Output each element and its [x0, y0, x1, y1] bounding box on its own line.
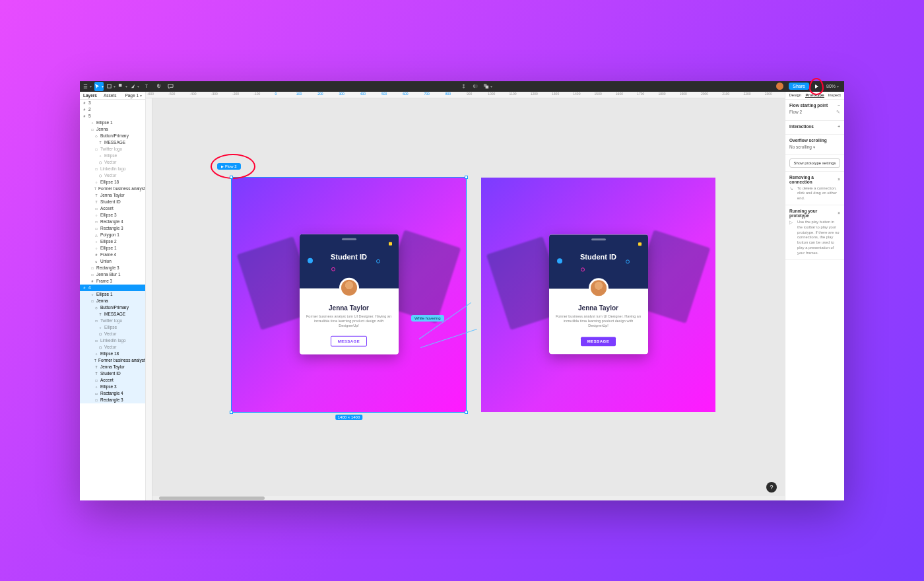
layer-row[interactable]: ⬡Vector [80, 159, 145, 166]
layer-row[interactable]: ○Ellipse 18 [80, 351, 145, 357]
layer-row[interactable]: □Twitter logo [80, 318, 145, 324]
frame-5[interactable]: Student ID Jenna Taylor Former business … [481, 178, 715, 412]
interaction-label[interactable]: While hovering [411, 315, 444, 322]
help-button[interactable]: ? [766, 482, 777, 493]
layer-row[interactable]: #Frame 4 [80, 252, 145, 258]
horizontal-scrollbar[interactable] [152, 496, 785, 500]
layer-row[interactable]: TFormer business analyst t... [80, 186, 145, 192]
show-prototype-settings-button[interactable]: Show prototype settings [789, 158, 840, 168]
layer-row[interactable]: ○Ellipse 3 [80, 212, 145, 219]
move-tool-button[interactable]: ▾ [94, 82, 104, 91]
layer-label: 3 [88, 100, 91, 105]
tab-assets[interactable]: Assets [100, 93, 120, 98]
page-selector[interactable]: Page 1▾ [121, 93, 145, 98]
close-tip-button[interactable]: × [838, 177, 840, 182]
layer-row[interactable]: □LinkedIn logo [80, 166, 145, 172]
layer-row[interactable]: □Rectangle 3 [80, 225, 145, 232]
layer-row[interactable]: TStudent ID [80, 370, 145, 377]
tab-design[interactable]: Design [785, 93, 805, 97]
layer-label: Vector [104, 345, 116, 349]
layer-row[interactable]: □Rectangle 3 [80, 397, 145, 403]
layer-row[interactable]: □Accent [80, 377, 145, 384]
selection-handle[interactable] [465, 176, 468, 179]
flow-start-badge[interactable]: Flow 2 [217, 163, 241, 170]
boolean-icon[interactable]: ▾ [483, 82, 492, 91]
layer-row[interactable]: □Jenna [80, 298, 145, 304]
layer-row[interactable]: □Accent [80, 205, 145, 212]
present-play-button[interactable] [812, 82, 821, 91]
flow-name-value[interactable]: Flow 2 [789, 110, 802, 114]
layer-row[interactable]: ○Ellipse 1 [80, 245, 145, 252]
tab-inspect[interactable]: Inspect [824, 93, 844, 97]
user-avatar[interactable] [776, 83, 783, 90]
shape-tool-button[interactable]: ▾ [118, 82, 127, 91]
layer-row[interactable]: ○Ellipse [80, 324, 145, 331]
main-menu-button[interactable]: ▾ [82, 82, 92, 91]
layer-label: Former business analyst t... [98, 186, 145, 191]
zoom-level[interactable]: 80%▾ [826, 84, 839, 88]
layer-row[interactable]: TJenna Taylor [80, 364, 145, 370]
layer-row[interactable]: #Frame 3 [80, 278, 145, 285]
layer-row[interactable]: #2 [80, 106, 145, 113]
layer-type-icon: □ [90, 127, 94, 131]
layer-row[interactable]: ◇Button/Primary [80, 133, 145, 139]
edit-icon[interactable]: ✎ [836, 110, 840, 115]
remove-flow-button[interactable]: − [838, 103, 840, 108]
layer-row[interactable]: #3 [80, 100, 145, 106]
layer-row[interactable]: ⬡Vector [80, 331, 145, 337]
hand-tool-button[interactable] [154, 82, 163, 91]
selection-handle[interactable] [230, 176, 233, 179]
add-interaction-button[interactable]: + [838, 124, 840, 129]
layer-row[interactable]: ⬡Vector [80, 172, 145, 179]
mask-icon[interactable] [471, 82, 480, 91]
tab-prototype[interactable]: Prototype [805, 93, 825, 98]
layer-row[interactable]: ⬡Vector [80, 344, 145, 351]
layer-row[interactable]: □Jenna [80, 126, 145, 133]
layer-list[interactable]: #3#2#5○Ellipse 1□Jenna◇Button/PrimaryTME… [80, 100, 145, 500]
canvas[interactable]: Flow 2 Student ID Jenna Taylor F [152, 98, 785, 500]
layer-row[interactable]: #5 [80, 113, 145, 120]
layer-row[interactable]: □Twitter logo [80, 146, 145, 153]
comment-tool-button[interactable] [166, 82, 175, 91]
layer-row[interactable]: □Rectangle 4 [80, 390, 145, 397]
layer-type-icon: # [90, 279, 94, 283]
share-button[interactable]: Share [789, 83, 809, 90]
frame-tool-button[interactable]: ▾ [106, 82, 116, 91]
frame-4[interactable]: Flow 2 Student ID Jenna Taylor F [232, 178, 466, 412]
layer-row[interactable]: TMESSAGE [80, 139, 145, 146]
pen-tool-button[interactable]: ▾ [130, 82, 139, 91]
layer-row[interactable]: ○Ellipse 18 [80, 179, 145, 186]
layer-row[interactable]: △Polygon 1 [80, 232, 145, 238]
text-tool-button[interactable]: T [142, 82, 151, 91]
layer-row[interactable]: □Rectangle 4 [80, 219, 145, 225]
layer-row[interactable]: ○Ellipse 3 [80, 384, 145, 390]
layer-row[interactable]: ○Ellipse 1 [80, 291, 145, 298]
message-button[interactable]: MESSAGE [581, 337, 616, 347]
layer-type-icon: ⬡ [98, 345, 102, 349]
layer-row[interactable]: ○Ellipse 2 [80, 238, 145, 245]
layer-row[interactable]: ○Ellipse 1 [80, 120, 145, 126]
layer-type-icon: ○ [98, 154, 102, 158]
tab-layers[interactable]: Layers [80, 93, 100, 98]
selection-handle[interactable] [230, 411, 233, 414]
layer-row[interactable]: ◇Button/Primary [80, 304, 145, 311]
close-tip-button[interactable]: × [838, 211, 840, 215]
layer-row[interactable]: TJenna Taylor [80, 192, 145, 199]
layer-row[interactable]: □Rectangle 3 [80, 265, 145, 271]
layer-row[interactable]: TFormer business analyst t... [80, 357, 145, 364]
layer-label: 4 [88, 285, 91, 290]
layer-type-icon: # [82, 286, 86, 290]
layer-row[interactable]: ○Ellipse [80, 153, 145, 159]
layer-row[interactable]: TStudent ID [80, 199, 145, 205]
layer-row[interactable]: #4 [80, 285, 145, 291]
overflow-value[interactable]: No scrolling▾ [789, 145, 815, 149]
layer-row[interactable]: □LinkedIn logo [80, 337, 145, 344]
avatar [589, 278, 609, 298]
layer-row[interactable]: □Jenna Blur 1 [80, 271, 145, 278]
message-button[interactable]: MESSAGE [331, 336, 368, 347]
selection-handle[interactable] [465, 411, 468, 414]
layer-row[interactable]: ∪Union [80, 258, 145, 265]
layer-label: Jenna Taylor [100, 193, 125, 197]
layer-row[interactable]: TMESSAGE [80, 311, 145, 318]
canvas-area[interactable]: -600-500-400-300-200-1000100200300400500… [146, 92, 785, 500]
